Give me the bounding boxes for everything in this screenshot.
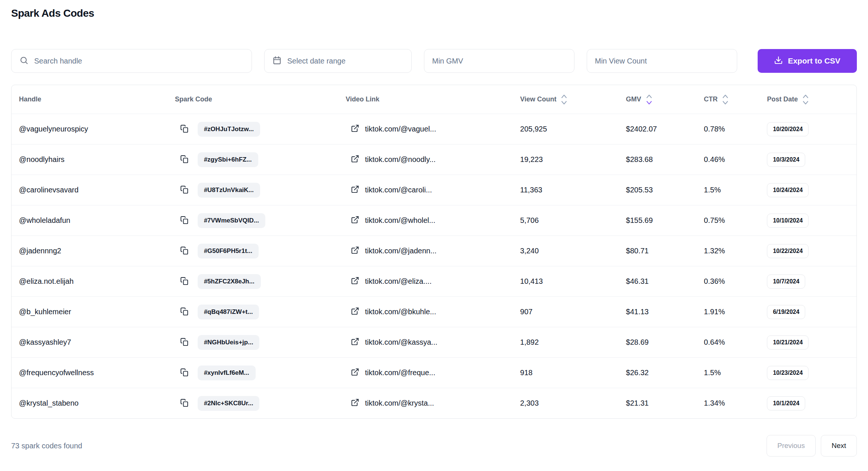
spark-code-chip[interactable]: #NGHbUeis+jp... bbox=[198, 335, 260, 350]
date-range-placeholder: Select date range bbox=[287, 57, 346, 65]
column-header-label: Post Date bbox=[767, 95, 798, 103]
min-gmv-field[interactable] bbox=[424, 49, 574, 73]
video-link[interactable]: tiktok.com/@caroli... bbox=[351, 185, 432, 195]
sort-toggle[interactable] bbox=[561, 94, 567, 105]
column-header-label: Handle bbox=[19, 95, 41, 103]
copy-icon bbox=[180, 277, 189, 286]
spark-code-chip[interactable]: #U8TzUnVkaiK... bbox=[198, 183, 260, 198]
column-header-view-count[interactable]: View Count bbox=[520, 94, 626, 105]
post-date-badge: 10/7/2024 bbox=[767, 275, 805, 289]
ctr-value: 0.75% bbox=[704, 216, 725, 225]
external-link-icon bbox=[351, 398, 359, 408]
table-footer: 73 spark codes found Previous Next bbox=[11, 435, 857, 457]
table-row: @carolinevsavard #U8TzUnVkaiK... tiktok.… bbox=[12, 175, 856, 205]
copy-icon bbox=[180, 338, 189, 347]
gmv-value: $2402.07 bbox=[626, 125, 657, 133]
video-link[interactable]: tiktok.com/@kassya... bbox=[351, 337, 437, 347]
export-csv-label: Export to CSV bbox=[788, 56, 840, 65]
spark-code-chip[interactable]: #zgySbi+6hFZ... bbox=[198, 152, 258, 167]
video-link[interactable]: tiktok.com/@noodly... bbox=[351, 155, 435, 165]
copy-code-button[interactable] bbox=[180, 277, 189, 286]
video-link-text: tiktok.com/@wholel... bbox=[365, 216, 435, 225]
copy-icon bbox=[180, 124, 189, 134]
spark-code-chip[interactable]: #5hZFC2X8eJh... bbox=[198, 274, 261, 289]
ctr-value: 0.46% bbox=[704, 155, 725, 164]
video-link-text: tiktok.com/@vaguel... bbox=[365, 125, 436, 133]
copy-code-button[interactable] bbox=[180, 399, 189, 408]
view-count-value: 3,240 bbox=[520, 247, 539, 255]
copy-icon bbox=[180, 399, 189, 408]
external-link-icon bbox=[351, 246, 359, 256]
video-link[interactable]: tiktok.com/@eliza.... bbox=[351, 276, 431, 286]
copy-code-button[interactable] bbox=[180, 307, 189, 317]
chevron-down-icon bbox=[803, 101, 809, 105]
handle-text: @carolinevsavard bbox=[19, 186, 78, 194]
gmv-value: $41.13 bbox=[626, 308, 649, 316]
video-link-text: tiktok.com/@eliza.... bbox=[365, 277, 431, 286]
column-header-post-date[interactable]: Post Date bbox=[767, 94, 856, 105]
ctr-value: 1.91% bbox=[704, 308, 725, 316]
sort-toggle[interactable] bbox=[722, 94, 728, 105]
table-row: @kassyashley7 #NGHbUeis+jp... tiktok.com… bbox=[12, 327, 856, 357]
previous-button[interactable]: Previous bbox=[767, 435, 816, 457]
column-header-label: GMV bbox=[626, 95, 641, 103]
handle-text: @noodlyhairs bbox=[19, 155, 65, 164]
min-gmv-input[interactable] bbox=[432, 57, 566, 65]
table-row: @jadennng2 #G50F6PH5r1t... tiktok.com/@j… bbox=[12, 236, 856, 266]
search-handle-field[interactable] bbox=[11, 49, 252, 73]
video-link[interactable]: tiktok.com/@bkuhle... bbox=[351, 307, 436, 317]
video-link[interactable]: tiktok.com/@krysta... bbox=[351, 398, 434, 408]
sort-toggle[interactable] bbox=[803, 94, 809, 105]
min-view-count-field[interactable] bbox=[587, 49, 737, 73]
gmv-value: $283.68 bbox=[626, 155, 653, 164]
video-link[interactable]: tiktok.com/@wholel... bbox=[351, 215, 435, 225]
sort-toggle[interactable] bbox=[646, 94, 652, 105]
spark-code-chip[interactable]: #G50F6PH5r1t... bbox=[198, 244, 259, 259]
copy-code-button[interactable] bbox=[180, 155, 189, 165]
table-row: @eliza.not.elijah #5hZFC2X8eJh... tiktok… bbox=[12, 266, 856, 296]
post-date-badge: 10/23/2024 bbox=[767, 366, 809, 380]
ctr-value: 1.32% bbox=[704, 247, 725, 255]
column-header-ctr[interactable]: CTR bbox=[704, 94, 767, 105]
handle-text: @kassyashley7 bbox=[19, 338, 71, 347]
video-link-text: tiktok.com/@krysta... bbox=[365, 399, 434, 407]
chevron-down-icon bbox=[646, 101, 652, 105]
post-date-badge: 10/1/2024 bbox=[767, 396, 805, 410]
min-view-count-input[interactable] bbox=[595, 57, 729, 65]
date-range-picker[interactable]: Select date range bbox=[264, 49, 412, 73]
handle-text: @vaguelyneurospicy bbox=[19, 125, 88, 133]
next-button[interactable]: Next bbox=[821, 435, 857, 457]
download-icon bbox=[774, 56, 783, 66]
spark-code-chip[interactable]: #zOHJuTJotzw... bbox=[198, 122, 260, 137]
copy-code-button[interactable] bbox=[180, 368, 189, 378]
column-header-handle: Handle bbox=[12, 95, 175, 103]
spark-code-chip[interactable]: #2Nlc+SKC8Ur... bbox=[198, 396, 260, 411]
video-link[interactable]: tiktok.com/@jadenn... bbox=[351, 246, 437, 256]
handle-text: @frequencyofwellness bbox=[19, 368, 94, 377]
spark-code-chip[interactable]: #qBq487iZW+t... bbox=[198, 305, 259, 319]
chevron-down-icon bbox=[561, 101, 567, 105]
table-row: @b_kuhlemeier #qBq487iZW+t... tiktok.com… bbox=[12, 296, 856, 327]
copy-code-button[interactable] bbox=[180, 246, 189, 256]
copy-code-button[interactable] bbox=[180, 338, 189, 347]
column-header-spark-code: Spark Code bbox=[175, 95, 346, 103]
search-handle-input[interactable] bbox=[34, 57, 244, 65]
copy-code-button[interactable] bbox=[180, 216, 189, 225]
post-date-badge: 6/19/2024 bbox=[767, 305, 805, 319]
video-link[interactable]: tiktok.com/@vaguel... bbox=[351, 124, 436, 134]
video-link[interactable]: tiktok.com/@freque... bbox=[351, 368, 435, 378]
copy-icon bbox=[180, 246, 189, 256]
ctr-value: 1.34% bbox=[704, 399, 725, 407]
export-csv-button[interactable]: Export to CSV bbox=[758, 49, 857, 73]
copy-code-button[interactable] bbox=[180, 124, 189, 134]
column-header-gmv[interactable]: GMV bbox=[626, 94, 704, 105]
chevron-up-icon bbox=[561, 94, 567, 98]
copy-code-button[interactable] bbox=[180, 185, 189, 195]
spark-ads-page: Spark Ads Codes Select date range Export… bbox=[0, 0, 868, 457]
external-link-icon bbox=[351, 276, 359, 286]
gmv-value: $28.69 bbox=[626, 338, 649, 347]
spark-code-chip[interactable]: #7VWmeSbVQID... bbox=[198, 213, 265, 228]
video-link-text: tiktok.com/@kassya... bbox=[365, 338, 437, 347]
video-link-text: tiktok.com/@freque... bbox=[365, 368, 435, 377]
spark-code-chip[interactable]: #xynIvfLf6eM... bbox=[198, 366, 256, 380]
